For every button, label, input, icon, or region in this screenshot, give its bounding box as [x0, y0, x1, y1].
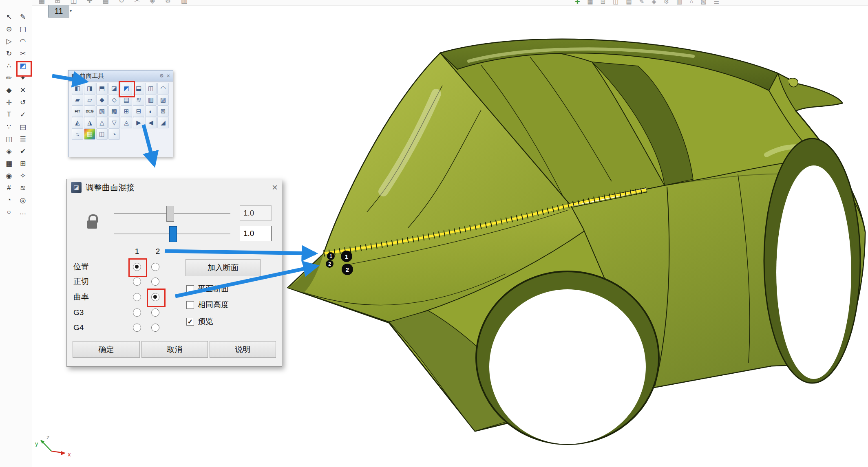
viewport-tab[interactable]: 11 [48, 5, 69, 18]
palette-close-icon[interactable]: × [167, 73, 170, 79]
checkbox-0[interactable] [186, 285, 194, 293]
surface-from-curves-icon[interactable]: ◨ [84, 83, 95, 94]
top-toolbar-icon[interactable]: ⊞ [601, 0, 606, 5]
revolve-icon[interactable]: ◪ [108, 83, 120, 94]
layers-icon[interactable]: ▤ [16, 121, 30, 133]
divide-edge-icon[interactable]: ◢ [157, 117, 169, 128]
mesh-icon[interactable]: ○ [2, 206, 16, 218]
environment-map-icon[interactable]: ◫ [96, 128, 108, 140]
solid-icon[interactable]: ◉ [2, 170, 16, 182]
blend-marker-1b[interactable]: 1 [341, 251, 352, 262]
checkbox-1[interactable] [186, 301, 194, 309]
top-toolbar-icon[interactable]: ✎ [639, 0, 645, 5]
shrink-icon[interactable]: ◮ [84, 117, 95, 128]
curvature-analysis-icon[interactable]: ≈ [72, 128, 83, 140]
check-icon[interactable]: ✓ [16, 108, 30, 121]
top-toolbar-icon[interactable]: ✚ [575, 0, 580, 5]
wave-icon[interactable]: ≋ [16, 182, 30, 194]
top-toolbar-icon[interactable]: ✚ [86, 0, 92, 5]
move-icon[interactable]: ✛ [2, 96, 16, 108]
top-toolbar-icon[interactable]: ⊞ [55, 0, 60, 5]
target-icon[interactable]: ◎ [16, 194, 30, 206]
draft-angle-icon[interactable]: ◔ [108, 128, 120, 140]
selection-brush-icon[interactable]: ✎ [16, 11, 30, 23]
refit-trim-icon[interactable]: ▩ [108, 106, 120, 117]
list-icon[interactable]: ☰ [16, 133, 30, 145]
top-toolbar-icon[interactable]: ☰ [714, 0, 719, 5]
trim-icon[interactable]: ✂ [16, 47, 30, 59]
grid-icon[interactable]: ▦ [2, 157, 16, 170]
connect-surface-icon[interactable]: ▨ [157, 94, 169, 106]
arc-icon[interactable]: ◠ [16, 35, 30, 47]
top-toolbar-icon[interactable]: ⚙ [664, 0, 669, 5]
material-icon[interactable]: ◈ [2, 145, 16, 157]
slider-1-value[interactable] [240, 205, 272, 221]
palette-gear-icon[interactable]: ⚙ [159, 73, 164, 79]
rectangle-icon[interactable]: ▢ [16, 23, 30, 35]
viewport-split-icon[interactable]: ◫ [2, 133, 16, 145]
radio-row2-col1[interactable] [133, 293, 141, 301]
blend-marker-2b[interactable]: 2 [342, 264, 353, 275]
blend-marker-2a[interactable]: 2 [326, 260, 334, 268]
radio-row4-col1[interactable] [133, 324, 141, 332]
slider-2-value[interactable] [240, 226, 272, 241]
offset-icon[interactable]: ◆ [2, 84, 16, 96]
checkbox-row-0[interactable]: 平面断面 [186, 284, 229, 294]
slider-1-handle[interactable] [166, 206, 174, 222]
match-surface-icon[interactable]: ⊞ [121, 106, 132, 117]
surface-3-4-points-icon[interactable]: ◧ [72, 83, 83, 94]
top-toolbar-icon[interactable]: ◈ [150, 0, 155, 5]
dialog-title-bar[interactable]: ◪ 调整曲面混接 × [67, 179, 282, 196]
top-toolbar-icon[interactable]: ▧ [701, 0, 707, 5]
polygon-icon[interactable]: ▷ [2, 35, 16, 47]
select-icon[interactable]: ↖ [2, 11, 16, 23]
checkbox-2[interactable]: ✓ [186, 318, 194, 326]
cancel-button[interactable]: 取消 [141, 341, 208, 358]
viewport-tab-dropdown-icon[interactable]: ▾ [68, 7, 74, 14]
variable-offset-icon[interactable]: ◇ [108, 94, 120, 106]
top-toolbar-icon[interactable]: ↻ [119, 0, 124, 5]
top-toolbar-icon[interactable]: ○ [689, 0, 693, 5]
checkbox-row-1[interactable]: 相同高度 [186, 300, 229, 310]
add-section-button[interactable]: 加入断面 [186, 259, 261, 276]
merge-edge-icon[interactable]: ◬ [121, 117, 132, 128]
top-toolbar-icon[interactable]: ▤ [626, 0, 632, 5]
radio-row1-col2[interactable] [151, 278, 159, 286]
untrim-icon[interactable]: △ [96, 117, 108, 128]
delete-icon[interactable]: ✕ [16, 84, 30, 96]
analyze-icon[interactable]: ✧ [16, 170, 30, 182]
offset-surface-icon[interactable]: ◆ [96, 94, 108, 106]
loft-icon[interactable]: ⬒ [96, 83, 108, 94]
ok-button[interactable]: 确定 [73, 341, 140, 358]
radio-row4-col2[interactable] [151, 324, 159, 332]
point-cloud-icon[interactable]: ∴ [2, 59, 16, 72]
top-toolbar-icon[interactable]: ▥ [676, 0, 682, 5]
top-toolbar-icon[interactable]: ⚙ [165, 0, 171, 5]
split-edge-icon[interactable]: ▽ [108, 117, 120, 128]
rebuild-surface-icon[interactable]: ▧ [96, 106, 108, 117]
chamfer-surface-icon[interactable]: ▥ [145, 94, 157, 106]
patch-icon[interactable]: ◠ [157, 83, 169, 94]
text-icon[interactable]: T [2, 108, 16, 121]
radio-row3-col2[interactable] [151, 308, 159, 317]
pen-icon[interactable]: ✏ [2, 72, 16, 84]
symmetry-icon[interactable]: ◐ [145, 106, 157, 117]
dots-icon[interactable]: ∵ [2, 121, 16, 133]
change-degree-icon[interactable]: DEG [84, 106, 95, 117]
undo-icon[interactable]: ↺ [16, 96, 30, 108]
fit-surface-icon[interactable]: FIT [72, 106, 83, 117]
top-toolbar-icon[interactable]: ▥ [181, 0, 188, 5]
more-icon[interactable]: … [16, 206, 30, 218]
ribbon-icon[interactable]: ▱ [84, 94, 95, 106]
dialog-close-icon[interactable]: × [272, 183, 278, 192]
merge-surface-icon[interactable]: ⊟ [133, 106, 144, 117]
top-toolbar-icon[interactable]: ▦ [38, 0, 45, 5]
top-toolbar-icon[interactable]: ◈ [652, 0, 656, 5]
radio-row1-col1[interactable] [133, 278, 141, 286]
sweep-2-icon[interactable]: ◫ [145, 83, 157, 94]
radio-row3-col1[interactable] [133, 308, 141, 317]
top-toolbar-icon[interactable]: ✂ [134, 0, 140, 5]
top-toolbar-icon[interactable]: ▦ [588, 0, 593, 5]
grid-plus-icon[interactable]: ⊞ [16, 157, 30, 170]
top-toolbar-icon[interactable]: ◫ [613, 0, 618, 5]
